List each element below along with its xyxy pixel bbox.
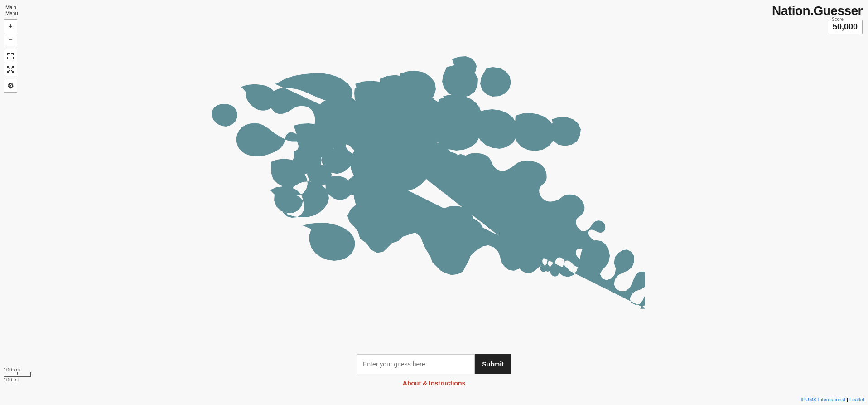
guess-form: Submit (357, 354, 511, 374)
gear-icon: ⚙ (7, 82, 14, 90)
ukraine-final-svg (298, 52, 615, 270)
scale-km-label: 100 km (4, 367, 31, 372)
collapse-button[interactable] (4, 63, 17, 76)
svg-line-2 (11, 70, 13, 72)
bottom-links: IPUMS International | Leaflet (801, 397, 864, 402)
zoom-in-button[interactable]: + (4, 19, 17, 33)
scale-mi-label: 100 mi (4, 377, 31, 382)
submit-button[interactable]: Submit (475, 354, 511, 374)
zoom-out-button[interactable]: − (4, 33, 17, 46)
ipums-link[interactable]: IPUMS International (801, 397, 845, 402)
fullscreen-button[interactable] (4, 49, 17, 63)
main-menu-button[interactable]: Main Menu (4, 4, 20, 17)
guess-input[interactable] (357, 354, 475, 374)
leaflet-link[interactable]: Leaflet (849, 397, 864, 402)
svg-line-0 (8, 67, 10, 68)
main-map-display[interactable] (0, 0, 868, 331)
svg-line-1 (11, 67, 13, 68)
scale-bar: 100 km 100 mi (4, 367, 31, 382)
map-controls: Main Menu + − ⚙ (4, 4, 20, 93)
about-instructions-link[interactable]: About & Instructions (403, 380, 465, 387)
settings-button[interactable]: ⚙ (4, 79, 17, 93)
svg-line-3 (8, 70, 10, 72)
guess-area: Submit About & Instructions (357, 354, 511, 387)
